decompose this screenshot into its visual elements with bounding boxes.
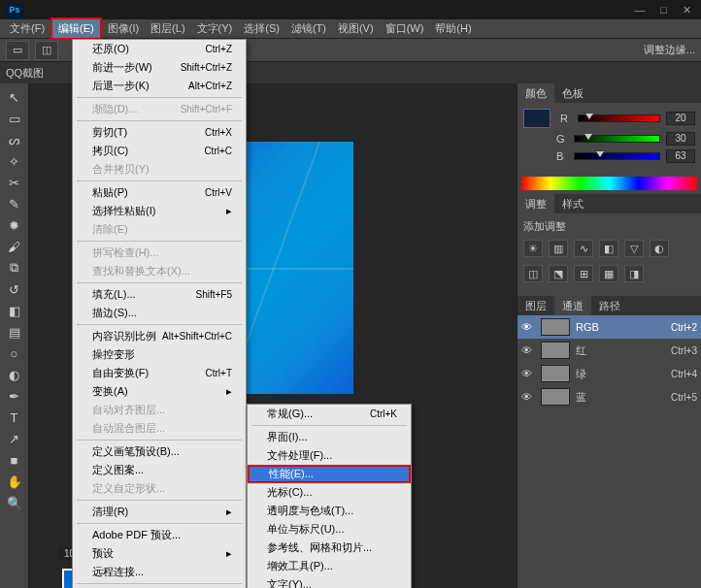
layers-tab[interactable]: 图层 — [517, 296, 554, 315]
channel-row[interactable]: 👁红Ctrl+3 — [517, 339, 701, 362]
path-tool[interactable]: ↗ — [4, 429, 25, 448]
dodge-tool[interactable]: ◐ — [4, 365, 25, 384]
menu-2[interactable]: 图像(I) — [102, 19, 145, 38]
menu-item[interactable]: 清理(R)▸ — [73, 503, 246, 521]
r-slider[interactable] — [578, 114, 660, 122]
brightness-icon[interactable]: ☀ — [523, 240, 543, 257]
selection-mode-icon[interactable]: ◫ — [35, 41, 58, 60]
bw-icon[interactable]: ◫ — [523, 265, 543, 282]
eyedropper-tool[interactable]: ✎ — [4, 194, 25, 213]
r-value[interactable]: 20 — [666, 112, 695, 125]
channel-row[interactable]: 👁绿Ctrl+4 — [517, 362, 701, 385]
menu-item[interactable]: 透明度与色域(T)... — [248, 502, 411, 520]
menu-item[interactable]: 粘贴(P)Ctrl+V — [73, 183, 246, 202]
invert-icon[interactable]: ◨ — [624, 265, 644, 282]
color-tab[interactable]: 颜色 — [517, 83, 554, 103]
menu-item[interactable]: 内容识别比例Alt+Shift+Ctrl+C — [73, 327, 246, 345]
refine-edge-button[interactable]: 调整边缘... — [644, 43, 695, 57]
menu-item[interactable]: Adobe PDF 预设... — [73, 526, 246, 544]
channel-row[interactable]: 👁RGBCtrl+2 — [517, 315, 701, 339]
type-tool[interactable]: T — [4, 408, 25, 427]
menu-item[interactable]: 单位与标尺(U)... — [248, 520, 411, 539]
menu-item[interactable]: 远程连接... — [73, 563, 246, 581]
document-tab[interactable]: QQ截图 — [6, 66, 44, 81]
move-tool[interactable]: ↖ — [4, 87, 25, 107]
marquee-tool[interactable]: ▭ — [4, 109, 25, 128]
menu-item[interactable]: 还原(O)Ctrl+Z — [73, 40, 246, 58]
stamp-tool[interactable]: ⧉ — [4, 258, 25, 278]
channels-tab[interactable]: 通道 — [554, 296, 591, 315]
close-button[interactable]: ✕ — [679, 4, 695, 16]
foreground-swatch[interactable] — [523, 109, 551, 128]
menu-item[interactable]: 定义画笔预设(B)... — [73, 442, 246, 461]
menu-item[interactable]: 前进一步(W)Shift+Ctrl+Z — [73, 58, 246, 77]
swatches-tab[interactable]: 色板 — [554, 83, 591, 103]
exposure-icon[interactable]: ◧ — [599, 240, 618, 257]
eraser-tool[interactable]: ◧ — [4, 301, 25, 320]
menu-item[interactable]: 描边(S)... — [73, 304, 246, 322]
visibility-icon[interactable]: 👁 — [521, 368, 535, 379]
hand-tool[interactable]: ✋ — [4, 472, 25, 491]
menu-item[interactable]: 选择性粘贴(I)▸ — [73, 202, 246, 220]
menu-item[interactable]: 定义图案... — [73, 461, 246, 479]
menu-item[interactable]: 文件处理(F)... — [248, 446, 411, 465]
menu-item[interactable]: 增效工具(P)... — [248, 557, 411, 575]
menu-item[interactable]: 后退一步(K)Alt+Ctrl+Z — [73, 77, 246, 95]
menu-6[interactable]: 滤镜(T) — [285, 19, 332, 38]
channel-mixer-icon[interactable]: ⊞ — [574, 265, 593, 282]
curves-icon[interactable]: ∿ — [574, 240, 593, 257]
heal-tool[interactable]: ✹ — [4, 215, 25, 235]
b-value[interactable]: 63 — [666, 149, 695, 163]
menu-9[interactable]: 帮助(H) — [429, 19, 477, 38]
menu-0[interactable]: 文件(F) — [4, 19, 50, 38]
menu-item[interactable]: 自由变换(F)Ctrl+T — [73, 364, 246, 382]
menu-4[interactable]: 文字(Y) — [191, 19, 239, 38]
menu-item[interactable]: 文字(Y)... — [248, 575, 411, 588]
gradient-tool[interactable]: ▤ — [4, 322, 25, 342]
brush-tool[interactable]: 🖌 — [4, 237, 25, 256]
vibrance-icon[interactable]: ▽ — [624, 240, 644, 257]
marquee-preset-icon[interactable]: ▭ — [6, 41, 29, 60]
wand-tool[interactable]: ✧ — [4, 151, 25, 171]
menu-item[interactable]: 变换(A)▸ — [73, 382, 246, 401]
maximize-button[interactable]: □ — [656, 4, 671, 16]
minimize-button[interactable]: — — [630, 4, 649, 16]
photo-filter-icon[interactable]: ⬔ — [549, 265, 568, 282]
menu-3[interactable]: 图层(L) — [145, 19, 190, 38]
menu-item[interactable]: 参考线、网格和切片... — [248, 539, 411, 557]
g-slider[interactable] — [574, 135, 660, 143]
menu-7[interactable]: 视图(V) — [332, 19, 380, 38]
visibility-icon[interactable]: 👁 — [521, 321, 535, 333]
menu-5[interactable]: 选择(S) — [238, 19, 285, 38]
hue-icon[interactable]: ◐ — [650, 240, 669, 257]
g-value[interactable]: 30 — [666, 132, 695, 146]
adjustments-tab[interactable]: 调整 — [517, 194, 554, 213]
menu-8[interactable]: 窗口(W) — [380, 19, 430, 38]
menu-item[interactable]: 光标(C)... — [248, 483, 411, 502]
menu-item[interactable]: 常规(G)...Ctrl+K — [248, 405, 411, 423]
menu-item[interactable]: 预设▸ — [73, 544, 246, 563]
shape-tool[interactable]: ■ — [4, 450, 25, 470]
b-slider[interactable] — [574, 152, 660, 160]
lasso-tool[interactable]: ᔕ — [4, 130, 25, 149]
blur-tool[interactable]: ○ — [4, 343, 25, 363]
paths-tab[interactable]: 路径 — [591, 296, 628, 315]
menu-item[interactable]: 性能(E)... — [248, 465, 411, 483]
menu-item[interactable]: 填充(L)...Shift+F5 — [73, 285, 246, 304]
spectrum-bar[interactable] — [521, 177, 697, 190]
styles-tab[interactable]: 样式 — [554, 194, 591, 213]
menu-item[interactable]: 剪切(T)Ctrl+X — [73, 123, 246, 142]
history-brush-tool[interactable]: ↺ — [4, 279, 25, 299]
visibility-icon[interactable]: 👁 — [521, 344, 535, 356]
lookup-icon[interactable]: ▦ — [599, 265, 618, 282]
pen-tool[interactable]: ✒ — [4, 386, 25, 406]
menu-item[interactable]: 操控变形 — [73, 345, 246, 364]
menu-1[interactable]: 编辑(E) — [50, 17, 102, 40]
visibility-icon[interactable]: 👁 — [521, 391, 535, 403]
channel-row[interactable]: 👁蓝Ctrl+5 — [517, 385, 701, 408]
levels-icon[interactable]: ▥ — [549, 240, 568, 257]
zoom-tool[interactable]: 🔍 — [4, 493, 25, 512]
crop-tool[interactable]: ✂ — [4, 173, 25, 192]
menu-item[interactable]: 拷贝(C)Ctrl+C — [73, 142, 246, 160]
menu-item[interactable]: 界面(I)... — [248, 428, 411, 446]
